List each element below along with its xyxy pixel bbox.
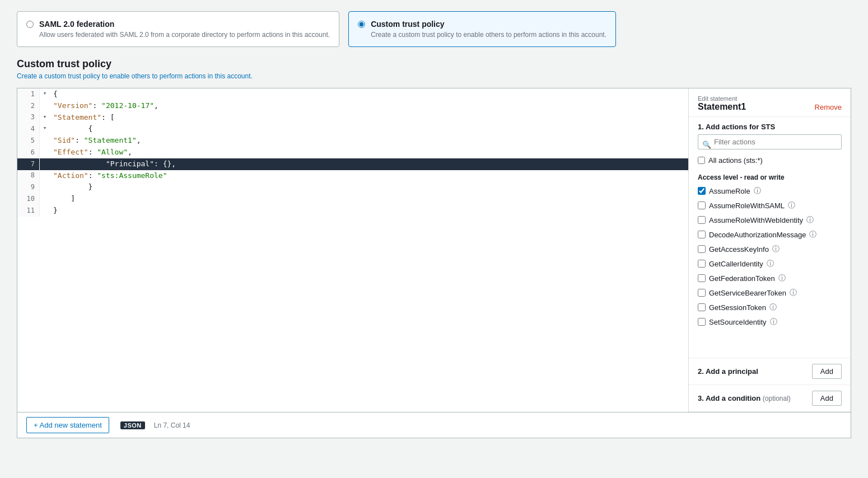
- action-checkbox-6[interactable]: [698, 274, 706, 282]
- line-toggle-7: [41, 158, 49, 170]
- all-actions-label[interactable]: All actions (sts:*): [708, 156, 763, 165]
- action-info-icon-9[interactable]: ⓘ: [770, 317, 777, 327]
- action-item-3: DecodeAuthorizationMessageⓘ: [698, 227, 842, 242]
- action-item-9: SetSourceIdentityⓘ: [698, 315, 842, 329]
- json-badge: JSON: [120, 421, 145, 429]
- action-checkbox-1[interactable]: [698, 201, 706, 209]
- action-info-icon-4[interactable]: ⓘ: [772, 244, 780, 254]
- code-line-10[interactable]: 10 ]: [17, 193, 688, 205]
- line-content-1: {: [49, 88, 688, 100]
- action-info-icon-6[interactable]: ⓘ: [778, 273, 786, 283]
- code-line-3[interactable]: 3▾ "Statement": [: [17, 112, 688, 124]
- code-line-6[interactable]: 6 "Effect": "Allow",: [17, 147, 688, 158]
- action-item-1: AssumeRoleWithSAMLⓘ: [698, 198, 842, 213]
- panel-header: Edit statement Statement1 Remove: [689, 88, 851, 117]
- line-number-7: 7: [17, 158, 40, 170]
- action-info-icon-0[interactable]: ⓘ: [754, 186, 761, 196]
- line-toggle-1[interactable]: ▾: [41, 88, 49, 100]
- action-label-3[interactable]: DecodeAuthorizationMessage: [709, 231, 806, 239]
- all-actions-checkbox[interactable]: [698, 157, 705, 164]
- action-item-0: AssumeRoleⓘ: [698, 184, 842, 198]
- custom-radio[interactable]: [358, 21, 365, 28]
- action-info-icon-8[interactable]: ⓘ: [769, 302, 777, 312]
- action-label-6[interactable]: GetFederationToken: [709, 274, 775, 283]
- line-number-5: 5: [17, 135, 40, 147]
- action-item-4: GetAccessKeyInfoⓘ: [698, 242, 842, 256]
- action-label-9[interactable]: SetSourceIdentity: [709, 318, 767, 326]
- page-wrapper: SAML 2.0 federation Allow users federate…: [0, 0, 868, 449]
- code-line-5[interactable]: 5 "Sid": "Statement1",: [17, 135, 688, 147]
- add-actions-title: 1. Add actions for STS: [689, 117, 851, 134]
- action-item-8: GetSessionTokenⓘ: [698, 300, 842, 315]
- line-content-11: }: [49, 205, 688, 217]
- action-label-5[interactable]: GetCallerIdentity: [709, 260, 763, 268]
- line-content-2: "Version": "2012-10-17",: [49, 100, 688, 112]
- line-toggle-5: [41, 135, 49, 147]
- line-content-8: "Action": "sts:AssumeRole": [49, 170, 688, 182]
- line-number-11: 11: [17, 205, 40, 217]
- add-condition-title-text: 3. Add a condition: [698, 394, 760, 402]
- section-subtitle-link[interactable]: Create a custom trust policy to enable o…: [17, 72, 253, 80]
- action-checkbox-3[interactable]: [698, 231, 706, 238]
- action-checkbox-9[interactable]: [698, 318, 706, 326]
- action-info-icon-1[interactable]: ⓘ: [788, 200, 795, 210]
- line-content-3: "Statement": [: [49, 112, 688, 124]
- action-label-8[interactable]: GetSessionToken: [709, 303, 766, 312]
- line-content-5: "Sid": "Statement1",: [49, 135, 688, 147]
- code-line-1[interactable]: 1▾{: [17, 88, 688, 100]
- all-actions-item: All actions (sts:*): [698, 154, 842, 169]
- action-checkbox-0[interactable]: [698, 187, 706, 195]
- option-cards: SAML 2.0 federation Allow users federate…: [17, 11, 851, 47]
- line-content-7: "Principal": {},: [49, 158, 688, 170]
- section-title: Custom trust policy: [17, 58, 851, 70]
- add-condition-title: 3. Add a condition (optional): [698, 394, 791, 402]
- code-line-7[interactable]: 7 "Principal": {},: [17, 158, 688, 170]
- remove-link[interactable]: Remove: [815, 103, 842, 111]
- statement-title-text: Statement1: [698, 102, 746, 112]
- add-principal-button[interactable]: Add: [812, 364, 842, 379]
- action-label-2[interactable]: AssumeRoleWithWebIdentity: [709, 216, 803, 224]
- filter-actions-input[interactable]: [698, 134, 842, 149]
- saml-desc: Allow users federated with SAML 2.0 from…: [39, 31, 330, 39]
- add-statement-button[interactable]: + Add new statement: [26, 417, 109, 433]
- action-label-7[interactable]: GetServiceBearerToken: [709, 289, 786, 297]
- line-content-10: ]: [49, 193, 688, 205]
- action-info-icon-2[interactable]: ⓘ: [806, 215, 814, 225]
- action-item-6: GetFederationTokenⓘ: [698, 271, 842, 285]
- line-toggle-4[interactable]: ▾: [41, 123, 49, 135]
- line-toggle-3[interactable]: ▾: [41, 112, 49, 124]
- editor-container: 1▾{2 "Version": "2012-10-17",3▾ "Stateme…: [17, 88, 851, 413]
- line-number-1: 1: [17, 88, 40, 100]
- code-line-4[interactable]: 4▾ {: [17, 123, 688, 135]
- custom-title: Custom trust policy: [371, 20, 606, 29]
- action-info-icon-5[interactable]: ⓘ: [767, 259, 774, 269]
- action-checkbox-5[interactable]: [698, 260, 706, 268]
- saml-option-card[interactable]: SAML 2.0 federation Allow users federate…: [17, 11, 339, 47]
- action-info-icon-3[interactable]: ⓘ: [809, 229, 816, 240]
- action-checkbox-7[interactable]: [698, 289, 706, 297]
- custom-option-card[interactable]: Custom trust policy Create a custom trus…: [348, 11, 616, 47]
- panel-statement-title-row: Statement1 Remove: [698, 102, 842, 112]
- search-icon: 🔍: [702, 140, 711, 148]
- action-info-icon-7[interactable]: ⓘ: [790, 288, 797, 298]
- action-label-4[interactable]: GetAccessKeyInfo: [709, 245, 769, 254]
- code-line-9[interactable]: 9 }: [17, 181, 688, 193]
- saml-card-content: SAML 2.0 federation Allow users federate…: [39, 20, 330, 39]
- add-condition-optional: (optional): [763, 395, 791, 402]
- add-condition-button[interactable]: Add: [812, 391, 842, 406]
- action-checkbox-8[interactable]: [698, 303, 706, 311]
- custom-card-content: Custom trust policy Create a custom trus…: [371, 20, 606, 39]
- add-principal-title: 2. Add a principal: [698, 367, 758, 376]
- code-line-2[interactable]: 2 "Version": "2012-10-17",: [17, 100, 688, 112]
- line-toggle-11: [41, 205, 49, 217]
- saml-radio[interactable]: [26, 21, 34, 28]
- action-label-0[interactable]: AssumeRole: [709, 187, 750, 195]
- action-checkbox-4[interactable]: [698, 245, 706, 253]
- action-checkbox-2[interactable]: [698, 216, 706, 224]
- action-label-1[interactable]: AssumeRoleWithSAML: [709, 201, 785, 210]
- custom-desc: Create a custom trust policy to enable o…: [371, 31, 606, 39]
- code-line-11[interactable]: 11}: [17, 205, 688, 217]
- code-line-8[interactable]: 8 "Action": "sts:AssumeRole": [17, 170, 688, 182]
- code-editor[interactable]: 1▾{2 "Version": "2012-10-17",3▾ "Stateme…: [17, 88, 688, 412]
- action-item-5: GetCallerIdentityⓘ: [698, 256, 842, 271]
